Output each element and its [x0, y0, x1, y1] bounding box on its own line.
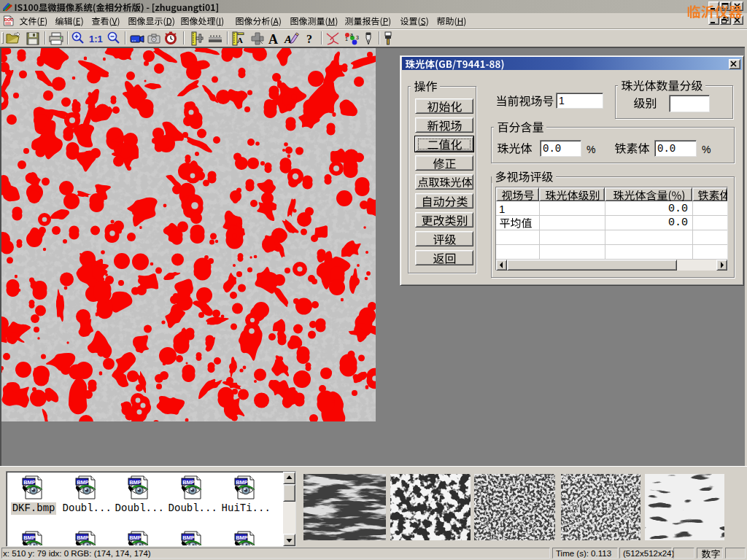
svg-text:A: A: [237, 36, 243, 44]
svg-text:1: 1: [345, 36, 348, 42]
svg-text:a: a: [350, 32, 353, 37]
svg-text:1:1: 1:1: [89, 34, 103, 44]
svg-text:BMP: BMP: [129, 479, 142, 486]
svg-text:BMP: BMP: [182, 534, 195, 541]
svg-text:BMP: BMP: [77, 479, 89, 486]
svg-text:BMP: BMP: [23, 534, 36, 541]
svg-text:?: ?: [306, 33, 312, 45]
svg-text:DOC: DOC: [4, 18, 13, 22]
svg-text:BMP: BMP: [236, 534, 248, 541]
svg-text:BMP: BMP: [129, 534, 142, 541]
svg-text:A: A: [268, 32, 278, 47]
svg-text:BMP: BMP: [23, 479, 36, 486]
svg-text:BMP: BMP: [236, 479, 248, 486]
svg-text:BMP: BMP: [182, 479, 195, 486]
svg-text:3: 3: [356, 35, 359, 40]
svg-text:BMP: BMP: [77, 534, 89, 541]
